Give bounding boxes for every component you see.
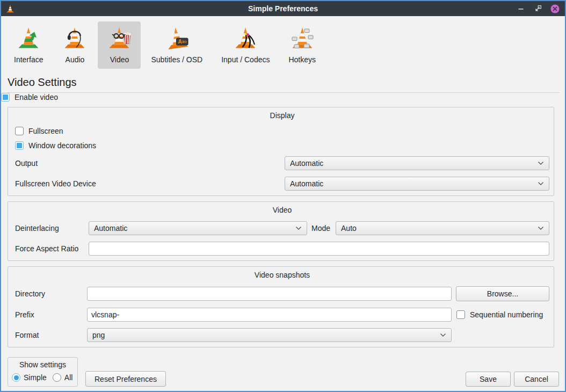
fullscreen-video-device-select[interactable]: Automatic (285, 177, 549, 191)
force-aspect-ratio-label: Force Aspect Ratio (15, 244, 89, 253)
window-title: Simple Preferences (1, 4, 565, 13)
display-group-title: Display (15, 111, 549, 120)
force-aspect-ratio-row: Force Aspect Ratio (15, 242, 549, 256)
fullscreen-label[interactable]: Fullscreen (28, 127, 63, 135)
chevron-down-icon (538, 182, 544, 186)
deinterlacing-label: Deinterlacing (15, 224, 89, 233)
toolbar-item-audio[interactable]: Audio (53, 21, 96, 69)
fullscreen-video-device-label: Fullscreen Video Device (15, 179, 285, 188)
toolbar-item-input-codecs[interactable]: Input / Codecs (213, 21, 278, 69)
svg-text:A»›: A»› (178, 39, 187, 45)
all-radio[interactable] (53, 373, 61, 382)
toolbar-item-label: Input / Codecs (221, 55, 270, 64)
enable-video-label[interactable]: Enable video (14, 93, 58, 101)
save-button[interactable]: Save (466, 372, 511, 387)
vlc-cone-icon (5, 2, 16, 15)
directory-input[interactable] (87, 287, 452, 301)
display-group: Display Fullscreen Window decorations Ou… (8, 107, 554, 196)
chevron-down-icon (538, 226, 544, 230)
toolbar-item-label: Interface (14, 55, 43, 64)
video-icon (106, 25, 132, 50)
interface-icon (16, 25, 41, 50)
toolbar-item-label: Hotkeys (288, 55, 316, 64)
subtitles-osd-icon: A»› (164, 25, 190, 50)
video-group-title: Video (15, 206, 549, 215)
prefix-row: Prefix Sequential numbering (15, 308, 549, 322)
video-snapshots-group-title: Video snapshots (15, 271, 549, 280)
simple-preferences-window: Simple Preferences (0, 0, 566, 392)
chevron-down-icon (295, 226, 302, 230)
close-icon[interactable] (550, 4, 560, 13)
titlebar[interactable]: Simple Preferences (1, 1, 565, 16)
toolbar-item-hotkeys[interactable]: Hotkeys (280, 21, 324, 69)
cancel-button[interactable]: Cancel (514, 372, 559, 387)
output-label: Output (15, 159, 285, 168)
mode-label: Mode (311, 224, 330, 233)
show-settings-title: Show settings (12, 360, 74, 369)
browse-button[interactable]: Browse... (456, 286, 549, 301)
deinterlacing-row: Deinterlacing Automatic Mode Auto (15, 221, 549, 235)
sequential-numbering-row: Sequential numbering (456, 310, 543, 319)
toolbar-item-interface[interactable]: Interface (5, 21, 52, 69)
all-radio-label[interactable]: All (64, 373, 73, 382)
deinterlacing-select[interactable]: Automatic (89, 221, 307, 235)
toolbar-item-label: Subtitles / OSD (151, 55, 202, 64)
format-select[interactable]: png (87, 328, 452, 342)
format-label: Format (15, 331, 87, 339)
chevron-down-icon (538, 161, 544, 165)
mode-select[interactable]: Auto (336, 221, 549, 235)
output-row: Output Automatic (15, 156, 549, 170)
chevron-down-icon (440, 333, 446, 337)
toolbar-item-label: Video (110, 55, 129, 64)
simple-radio[interactable] (12, 373, 20, 382)
sequential-numbering-checkbox[interactable] (456, 310, 465, 319)
radio-item-simple: Simple (12, 373, 47, 382)
toolbar-item-label: Audio (66, 55, 85, 64)
unmaximize-icon[interactable] (533, 4, 542, 13)
show-settings-group: Show settings Simple All (8, 357, 78, 387)
input-codecs-icon (233, 25, 258, 50)
minimize-icon[interactable] (516, 4, 525, 13)
directory-row: Directory Browse... (15, 286, 549, 301)
output-select[interactable]: Automatic (285, 156, 549, 170)
fullscreen-row: Fullscreen (15, 127, 549, 135)
prefix-label: Prefix (15, 310, 87, 319)
reset-preferences-button[interactable]: Reset Preferences (85, 371, 166, 387)
hotkeys-icon (289, 25, 315, 50)
sequential-numbering-label[interactable]: Sequential numbering (470, 310, 543, 319)
footer: Show settings Simple All Reset Preferenc… (8, 347, 559, 387)
enable-video-row: Enable video (1, 93, 565, 101)
show-settings-radios: Simple All (12, 373, 74, 382)
enable-video-checkbox[interactable] (1, 93, 10, 101)
format-row: Format png (15, 328, 549, 342)
page-title: Video Settings (8, 75, 558, 89)
window-decorations-checkbox[interactable] (15, 141, 24, 150)
audio-icon (62, 25, 88, 50)
video-group: Video Deinterlacing Automatic Mode Auto … (8, 201, 554, 261)
directory-label: Directory (15, 289, 87, 298)
window-controls (516, 4, 560, 13)
fullscreen-checkbox[interactable] (15, 127, 24, 135)
toolbar-item-video[interactable]: Video (98, 21, 141, 69)
force-aspect-ratio-input[interactable] (89, 242, 549, 256)
category-toolbar: Interface Audio (1, 16, 565, 69)
simple-radio-label[interactable]: Simple (24, 373, 47, 382)
toolbar-item-subtitles-osd[interactable]: A»› Subtitles / OSD (142, 21, 211, 69)
prefix-input[interactable] (87, 308, 452, 322)
window-decorations-label[interactable]: Window decorations (28, 141, 96, 150)
fullscreen-video-device-row: Fullscreen Video Device Automatic (15, 177, 549, 191)
video-snapshots-group: Video snapshots Directory Browse... Pref… (8, 266, 554, 347)
window-decorations-row: Window decorations (15, 141, 549, 150)
radio-item-all: All (53, 373, 73, 382)
